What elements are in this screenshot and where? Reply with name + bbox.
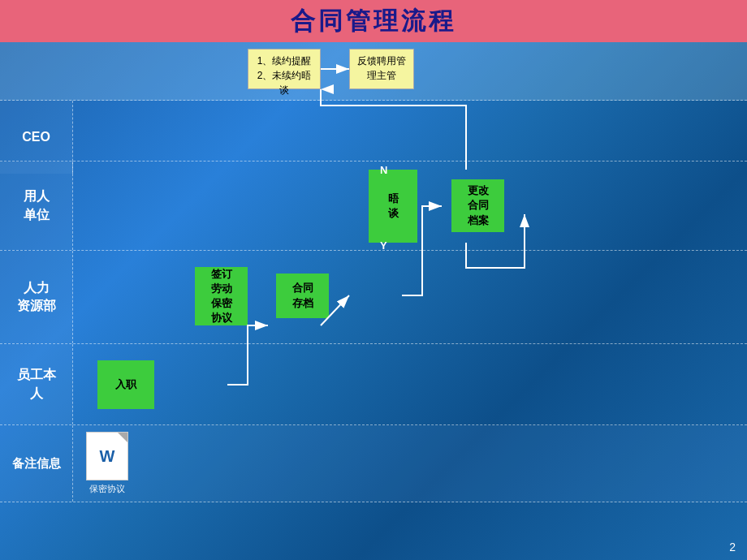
content-yuangong: 入职 <box>73 344 747 424</box>
box-ruzhi: 入职 <box>97 360 154 409</box>
label-yuren: 用人 单位 <box>0 162 73 250</box>
box-wutan: 晤 谈 <box>369 170 417 243</box>
page-title: 合同管理流程 <box>291 5 456 38</box>
notes-content: W 保密协议 <box>73 425 747 502</box>
word-doc-label: 保密协议 <box>89 483 125 495</box>
label-notes: 备注信息 <box>0 425 73 502</box>
top-process-area: 1、续约提醒 2、未续约晤谈 反馈聘用管 理主管 <box>0 42 747 101</box>
label-Y: Y <box>380 239 387 252</box>
row-yuangong: 员工本人 入职 <box>0 344 747 425</box>
row-ceo: CEO <box>0 101 747 162</box>
label-renli: 人力资源部 <box>0 251 73 343</box>
content-stack: 合同管理流程 1、续约提醒 2、未续约晤谈 反馈聘用管 理主管 CEO 用人 单… <box>0 0 747 502</box>
content-yuren: 晤 谈 更改 合同 档案 N Y <box>73 162 747 250</box>
box-hetong: 合同 存档 <box>276 274 329 318</box>
row-yuren: 用人 单位 晤 谈 更改 合同 档案 N Y <box>0 162 747 251</box>
content-renli: 签订 劳动 保密 协议 合同 存档 <box>73 251 747 343</box>
title-bar: 合同管理流程 <box>0 0 747 42</box>
row-renli: 人力资源部 签订 劳动 保密 协议 合同 存档 <box>0 251 747 344</box>
label-N: N <box>380 164 387 176</box>
page-number: 2 <box>729 541 736 554</box>
top-box-renewal: 1、续约提醒 2、未续约晤谈 <box>248 49 321 89</box>
page-wrapper: 合同管理流程 1、续约提醒 2、未续约晤谈 反馈聘用管 理主管 CEO 用人 单… <box>0 0 747 560</box>
box-qianding: 签订 劳动 保密 协议 <box>195 267 248 325</box>
box-gengai: 更改 合同 档案 <box>451 179 504 232</box>
word-icon: W <box>86 432 128 480</box>
word-doc: W 保密协议 <box>81 432 133 495</box>
top-box-feedback: 反馈聘用管 理主管 <box>349 49 414 89</box>
label-yuangong: 员工本人 <box>0 344 73 424</box>
notes-row: 备注信息 W 保密协议 <box>0 425 747 502</box>
